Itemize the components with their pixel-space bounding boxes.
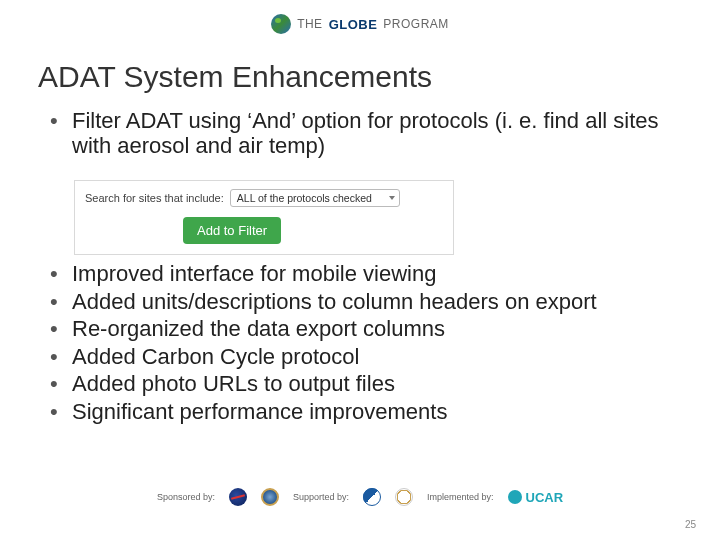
filter-label: Search for sites that include:: [85, 192, 224, 204]
ucar-logo: UCAR: [508, 490, 564, 505]
logo-name: GLOBE: [329, 17, 378, 32]
nsf-logo-icon: [261, 488, 279, 506]
add-to-filter-button[interactable]: Add to Filter: [183, 217, 281, 244]
state-dept-logo-icon: [395, 488, 413, 506]
bullet-list-main: Improved interface for mobile viewing Ad…: [48, 260, 680, 425]
filter-ui-screenshot: Search for sites that include: ALL of th…: [74, 180, 454, 255]
sponsored-by-label: Sponsored by:: [157, 492, 215, 502]
globe-program-logo: THE GLOBE PROGRAM: [271, 14, 449, 34]
chevron-down-icon: [389, 196, 395, 200]
footer-sponsors: Sponsored by: Supported by: Implemented …: [0, 488, 720, 506]
ucar-dot-icon: [508, 490, 522, 504]
slide: THE GLOBE PROGRAM ADAT System Enhancemen…: [0, 0, 720, 540]
bullet-item: Added Carbon Cycle protocol: [48, 343, 680, 371]
select-value: ALL of the protocols checked: [237, 192, 372, 204]
bullet-item: Significant performance improvements: [48, 398, 680, 426]
implemented-by-label: Implemented by:: [427, 492, 494, 502]
bullet-item: Re-organized the data export columns: [48, 315, 680, 343]
supported-by-label: Supported by:: [293, 492, 349, 502]
bullet-item: Improved interface for mobile viewing: [48, 260, 680, 288]
bullet-list-top: Filter ADAT using ‘And’ option for proto…: [48, 108, 680, 161]
logo-suffix: PROGRAM: [383, 17, 449, 31]
logo-prefix: THE: [297, 17, 323, 31]
protocol-logic-select[interactable]: ALL of the protocols checked: [230, 189, 400, 207]
nasa-logo-icon: [229, 488, 247, 506]
slide-title: ADAT System Enhancements: [38, 60, 432, 94]
bullet-item: Added units/descriptions to column heade…: [48, 288, 680, 316]
bullet-item: Filter ADAT using ‘And’ option for proto…: [48, 108, 680, 159]
bullet-item: Added photo URLs to output files: [48, 370, 680, 398]
page-number: 25: [685, 519, 696, 530]
header: THE GLOBE PROGRAM: [0, 14, 720, 38]
globe-icon: [271, 14, 291, 34]
ucar-text: UCAR: [526, 490, 564, 505]
noaa-logo-icon: [363, 488, 381, 506]
